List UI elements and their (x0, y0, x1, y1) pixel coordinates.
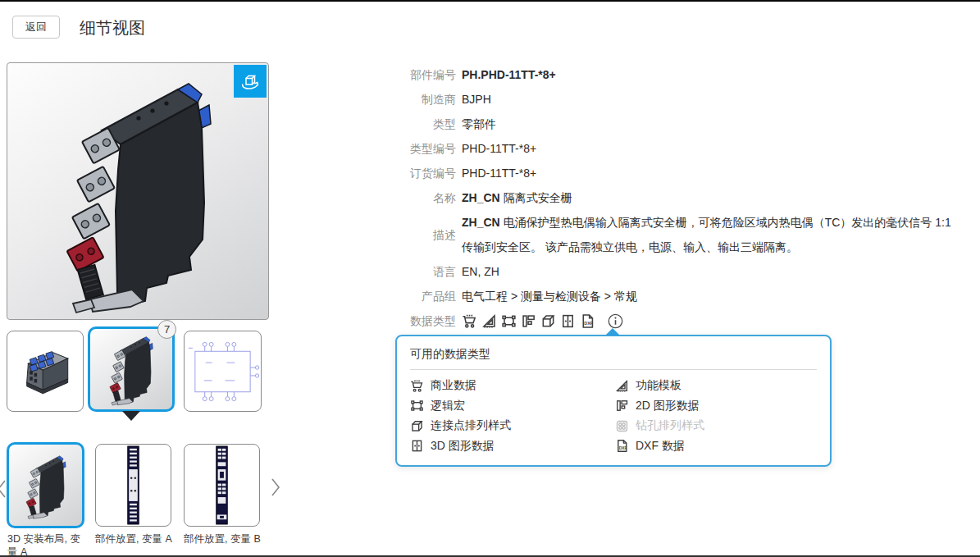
detail-row-manufacturer: 制造商 BJPH (394, 87, 968, 112)
popup-item-dxf-data: DXF 数据 (615, 436, 817, 457)
thumbnail-product-angle[interactable] (7, 331, 84, 412)
main-product-viewer[interactable] (7, 62, 269, 320)
thumbnail-caption: 部件放置, 变量 B (184, 533, 269, 546)
detail-row-languages: 语言 EN, ZH (394, 259, 968, 284)
name-text: 隔离式安全栅 (504, 191, 572, 204)
connection-point-pattern-icon (540, 313, 556, 329)
field-label: 描述 (394, 222, 456, 247)
part-details: 部件编号 PH.PHD-11TT-*8+ 制造商 BJPH 类型 零部件 类型编… (394, 62, 968, 333)
popup-item-label: 商业数据 (431, 378, 476, 393)
popup-item-3d-graphic: 3D 图形数据 (410, 436, 615, 457)
detail-row-type-number: 类型编号 PHD-11TT-*8+ (394, 136, 968, 161)
function-template-icon (615, 379, 629, 393)
field-label: 数据类型 (394, 308, 456, 333)
popup-item-commercial-data: 商业数据 (410, 376, 615, 396)
popup-item-function-template: 功能模板 (615, 376, 817, 396)
detail-row-product-group: 产品组 电气工程 > 测量与检测设备 > 常规 (394, 284, 968, 308)
image-count-badge: 7 (157, 320, 176, 339)
dxf-data-icon (615, 439, 629, 453)
detail-row-part-number: 部件编号 PH.PHD-11TT-*8+ (394, 62, 968, 87)
detail-row-name: 名称 ZH_CN隔离式安全栅 (394, 185, 968, 210)
thumbnail-placement-variant-a[interactable] (95, 444, 171, 527)
connection-point-pattern-icon (410, 419, 424, 433)
logic-macro-icon (410, 399, 424, 413)
language-prefix: ZH_CN (462, 191, 500, 204)
thumbnail-product-main[interactable] (88, 326, 175, 412)
function-template-icon (481, 313, 497, 329)
popup-item-drill-hole-pattern: 钻孔排列样式 (615, 416, 817, 436)
field-value: 电气工程 > 测量与检测设备 > 常规 (462, 284, 637, 308)
3d-graphic-icon (560, 313, 576, 329)
rotate-3d-icon (239, 70, 262, 93)
field-value: BJPH (462, 87, 491, 112)
drill-hole-pattern-icon (615, 419, 629, 433)
product-main-image (92, 331, 171, 408)
dxf-data-icon (580, 313, 595, 329)
popup-divider (410, 369, 817, 370)
2d-graphic-icon (615, 399, 629, 413)
thumbnail-placement-variant-b[interactable] (184, 444, 260, 527)
field-value: PHD-11TT-*8+ (462, 161, 536, 185)
popup-item-label: 逻辑宏 (431, 399, 465, 413)
detail-view-page: 返回 细节视图 7 3D 安装布局, 变量 A 部件放置, 变量 A 部件放置,… (0, 0, 980, 557)
product-angle-image (11, 336, 80, 408)
selected-thumb-caret (122, 411, 140, 421)
popup-item-label: DXF 数据 (636, 439, 685, 454)
popup-item-grid: 商业数据 功能模板 逻辑宏 2D 图形数据 连接点排列样式 钻孔排列样式 (410, 376, 817, 456)
popup-item-logic-macro: 逻辑宏 (410, 396, 615, 417)
popup-item-label: 2D 图形数据 (636, 399, 700, 413)
field-value: ZH_CN电涌保护型热电偶输入隔离式安全栅，可将危险区域内热电偶（TC）发出的毫… (462, 210, 954, 259)
available-datatypes-popup: 可用的数据类型 商业数据 功能模板 逻辑宏 2D 图形数据 连接点排列样式 (395, 335, 832, 467)
info-icon (607, 313, 624, 330)
popup-caret (605, 328, 620, 336)
field-value: ZH_CN隔离式安全栅 (462, 185, 572, 210)
popup-item-label: 连接点排列样式 (431, 418, 511, 433)
page-title: 细节视图 (80, 17, 145, 39)
product-3d-image (7, 63, 269, 320)
detail-row-order-number: 订货编号 PHD-11TT-*8+ (394, 161, 968, 185)
placement-a-image (96, 445, 171, 526)
thumbnail-3d-layout-variant-a[interactable] (7, 442, 84, 528)
popup-item-label: 功能模板 (636, 378, 681, 393)
field-value: PH.PHD-11TT-*8+ (462, 62, 556, 87)
popup-title: 可用的数据类型 (410, 345, 817, 362)
detail-row-type: 类型 零部件 (394, 112, 968, 136)
3d-graphic-icon (410, 439, 424, 453)
detail-row-data-types: 数据类型 (394, 308, 968, 333)
placement-b-image (185, 445, 259, 526)
popup-item-2d-graphic: 2D 图形数据 (615, 396, 817, 417)
logic-macro-icon (501, 313, 517, 329)
commercial-data-icon (462, 313, 477, 329)
field-label: 产品组 (394, 284, 456, 308)
field-label: 类型编号 (394, 136, 456, 161)
back-button[interactable]: 返回 (12, 16, 60, 39)
description-text: 电涌保护型热电偶输入隔离式安全栅，可将危险区域内热电偶（TC）发出的毫伏信号 1… (462, 216, 951, 253)
layout-3d-image (10, 448, 82, 523)
field-label: 部件编号 (394, 62, 456, 87)
field-label: 订货编号 (394, 161, 456, 185)
field-value: PHD-11TT-*8+ (462, 136, 536, 161)
2d-graphic-icon (521, 313, 536, 329)
popup-item-label: 3D 图形数据 (431, 439, 495, 454)
thumbnails-scroll-right-button[interactable] (269, 477, 282, 501)
commercial-data-icon (410, 379, 424, 393)
thumbnail-caption: 3D 安装布局, 变量 A (7, 533, 88, 557)
field-value: 零部件 (462, 112, 496, 136)
thumbnail-caption: 部件放置, 变量 A (95, 533, 180, 546)
window-top-edge (0, 0, 980, 2)
chevron-right-icon (269, 477, 282, 498)
datatype-info-button[interactable] (607, 313, 624, 330)
popup-item-label: 钻孔排列样式 (636, 418, 704, 433)
rotate-3d-button[interactable] (234, 65, 267, 98)
thumbnail-schematic[interactable] (184, 331, 262, 412)
detail-row-description: 描述 ZH_CN电涌保护型热电偶输入隔离式安全栅，可将危险区域内热电偶（TC）发… (394, 210, 968, 259)
field-label: 名称 (394, 185, 456, 210)
language-prefix: ZH_CN (462, 216, 500, 229)
field-label: 类型 (394, 112, 456, 136)
field-label: 语言 (394, 259, 456, 284)
popup-item-connection-point-pattern: 连接点排列样式 (410, 416, 615, 436)
field-value: EN, ZH (462, 259, 499, 284)
schematic-image (185, 331, 261, 412)
datatype-icon-row (462, 308, 624, 333)
field-label: 制造商 (394, 87, 456, 112)
